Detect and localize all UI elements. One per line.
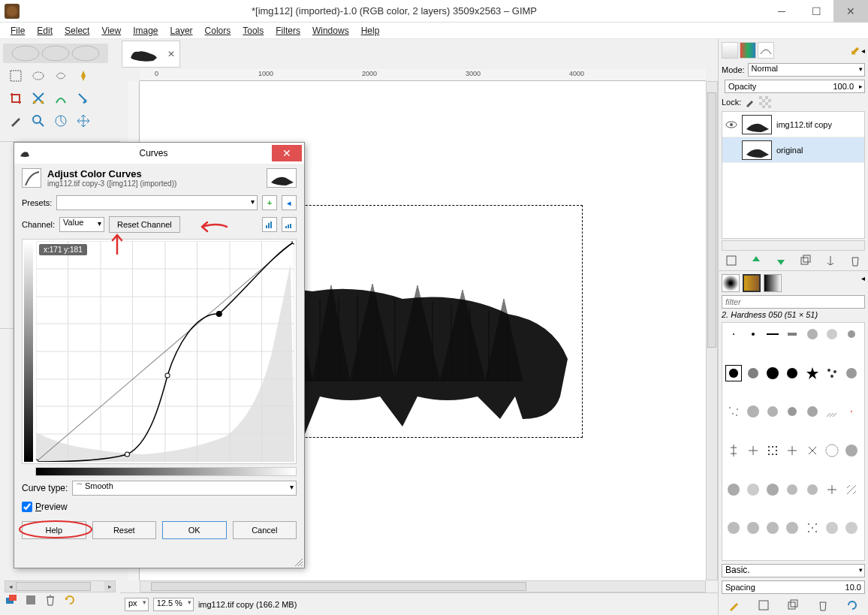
brush-preview-3[interactable]: [764, 274, 782, 292]
add-preset-button[interactable]: +: [262, 195, 277, 210]
toolbox-scrollbar[interactable]: ◂ ▸: [5, 580, 116, 592]
lock-brush-icon[interactable]: [744, 96, 756, 108]
ellipse-select-tool[interactable]: [29, 66, 48, 86]
brush-preview-2[interactable]: [743, 274, 761, 292]
menu-windows[interactable]: Windows: [306, 24, 355, 38]
brush-filter-input[interactable]: [722, 295, 865, 309]
lower-layer-icon[interactable]: [774, 254, 788, 267]
layers-tab-icon[interactable]: [722, 42, 738, 59]
canvas-scrollbar-h[interactable]: [140, 580, 706, 592]
brush-item[interactable]: [804, 520, 821, 536]
brush-item[interactable]: [824, 326, 840, 342]
measure-tool[interactable]: [51, 111, 71, 131]
brush-item[interactable]: [843, 442, 860, 459]
brush-item[interactable]: [745, 442, 761, 459]
brush-item[interactable]: [843, 520, 860, 536]
brush-item[interactable]: [725, 442, 742, 459]
unit-dropdown[interactable]: px: [125, 598, 149, 611]
layer-row[interactable]: original: [722, 137, 864, 163]
edit-brush-icon[interactable]: [728, 598, 741, 612]
new-brush-icon[interactable]: [757, 598, 770, 612]
zoom-dropdown[interactable]: 12.5 %: [153, 598, 194, 611]
opacity-slider[interactable]: Opacity 100.0: [725, 80, 865, 93]
dialog-close-button[interactable]: ✕: [272, 145, 302, 161]
brush-item[interactable]: [824, 520, 840, 536]
brush-item[interactable]: [725, 481, 742, 498]
fuzzy-select-tool[interactable]: [74, 66, 93, 86]
brush-item[interactable]: [725, 326, 742, 342]
brush-preview-1[interactable]: [722, 274, 740, 292]
brush-preset-dropdown[interactable]: Basic.: [722, 564, 865, 577]
brush-item[interactable]: [784, 481, 800, 498]
reset-channel-button[interactable]: Reset Channel: [109, 216, 180, 233]
refresh-icon[interactable]: [63, 593, 77, 609]
layer-row[interactable]: img112.tif copy: [722, 112, 864, 137]
reset-button[interactable]: Reset: [92, 521, 157, 539]
crop-tool[interactable]: [6, 89, 26, 108]
menu-colors[interactable]: Colors: [199, 24, 237, 38]
anchor-layer-icon[interactable]: [824, 254, 837, 267]
brush-item[interactable]: [843, 365, 860, 381]
maximize-button[interactable]: ☐: [799, 0, 833, 23]
curve-type-dropdown[interactable]: ⌒ Smooth: [72, 481, 297, 496]
mode-dropdown[interactable]: Normal: [748, 63, 865, 77]
brush-item[interactable]: [784, 326, 800, 342]
duplicate-layer-icon[interactable]: [799, 254, 812, 267]
free-select-tool[interactable]: [51, 66, 71, 86]
brush-item[interactable]: [745, 403, 761, 420]
lock-alpha-icon[interactable]: [759, 96, 771, 108]
brush-item[interactable]: [784, 442, 800, 459]
brush-item[interactable]: [784, 403, 800, 420]
paths-tool[interactable]: [51, 89, 71, 108]
paths-tab-icon[interactable]: [758, 42, 774, 59]
presets-dropdown[interactable]: [56, 195, 258, 210]
brush-item[interactable]: [745, 520, 761, 536]
brush-item[interactable]: [843, 403, 860, 420]
color-picker-tool[interactable]: [6, 111, 26, 131]
duplicate-brush-icon[interactable]: [786, 598, 800, 612]
new-layer-icon[interactable]: [725, 254, 738, 267]
brush-item[interactable]: [745, 365, 761, 381]
brush-item[interactable]: [784, 520, 800, 536]
zoom-tool[interactable]: [29, 111, 48, 131]
brush-item[interactable]: [725, 520, 742, 536]
layers-scrollbar[interactable]: [722, 240, 865, 251]
menu-layer[interactable]: Layer: [164, 24, 199, 38]
preset-menu-button[interactable]: ◂: [282, 195, 297, 210]
curve-graph[interactable]: x:171 y:181: [22, 239, 297, 464]
brush-item[interactable]: [804, 365, 821, 381]
preview-label[interactable]: Preview: [35, 502, 68, 512]
histogram-linear-button[interactable]: [262, 217, 277, 232]
preview-checkbox[interactable]: [22, 502, 32, 512]
undo-icon[interactable]: ⬋: [850, 44, 860, 58]
brush-item[interactable]: [804, 442, 821, 459]
brush-item[interactable]: [764, 520, 781, 536]
ok-button[interactable]: OK: [162, 521, 227, 539]
channel-dropdown[interactable]: Value: [59, 217, 104, 232]
minimize-button[interactable]: ─: [764, 0, 799, 23]
histogram-log-button[interactable]: [282, 217, 297, 232]
refresh-brush-icon[interactable]: [845, 598, 859, 612]
move-tool[interactable]: [74, 111, 93, 131]
help-button[interactable]: Help: [22, 521, 86, 539]
brush-item[interactable]: [824, 403, 840, 420]
menu-help[interactable]: Help: [355, 24, 386, 38]
scissors-tool[interactable]: [29, 89, 48, 108]
menu-filters[interactable]: Filters: [270, 24, 306, 38]
brush-item[interactable]: [725, 365, 742, 381]
menu-edit[interactable]: Edit: [31, 24, 59, 38]
trash-icon[interactable]: [44, 593, 57, 609]
image-tab[interactable]: ✕: [122, 41, 180, 68]
brush-item[interactable]: [824, 442, 840, 459]
brush-item[interactable]: [804, 481, 821, 498]
channels-icon[interactable]: [24, 593, 38, 609]
brush-item[interactable]: [764, 481, 781, 498]
brush-item[interactable]: [764, 326, 781, 342]
spacing-slider[interactable]: Spacing 10.0: [722, 580, 865, 594]
menu-select[interactable]: Select: [59, 24, 95, 38]
menu-image[interactable]: Image: [127, 24, 164, 38]
brush-item[interactable]: [804, 403, 821, 420]
tab-close-icon[interactable]: ✕: [167, 49, 175, 59]
brush-item[interactable]: [725, 403, 742, 420]
cancel-button[interactable]: Cancel: [233, 521, 297, 539]
